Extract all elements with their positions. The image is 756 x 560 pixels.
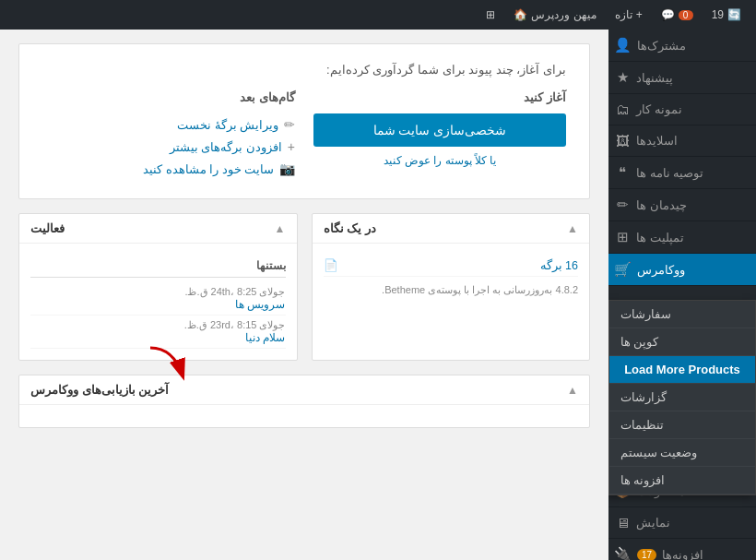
adminbar-wp-logo[interactable]: ⊞ xyxy=(480,0,501,30)
submenu-coupons[interactable]: کوپن ها xyxy=(609,328,755,356)
sidebar-label-chideman: چیدمان ها xyxy=(636,198,687,212)
start-col-title: آغاز کنید xyxy=(313,90,566,104)
site-name-label: میهن وردپرس xyxy=(531,8,596,21)
customize-button[interactable]: شخصی‌سازی سایت شما xyxy=(313,113,566,147)
sidebar-label-sliders: اسلایدها xyxy=(636,134,678,148)
step-2-label: سایت خود را مشاهده کنید xyxy=(143,162,274,176)
theme-label: اجرا با پوسته‌ی Betheme. xyxy=(382,284,490,295)
comments-badge: 0 xyxy=(679,10,693,20)
at-a-glance-header[interactable]: ▲ در یک نگاه xyxy=(313,214,590,244)
sidebar-item-pishnahad[interactable]: پیشنهاد ★ xyxy=(608,62,756,94)
sidebar-item-chideman[interactable]: چیدمان ها ✏ xyxy=(608,189,756,221)
adminbar-comments[interactable]: 💬 0 xyxy=(656,0,699,30)
activity-1-date: جولای 23rd، 8:15 ق.ظ. xyxy=(30,319,286,331)
pages-count-link[interactable]: 16 برگه xyxy=(540,259,578,272)
activity-item-0: جولای 24th، 8:25 ق.ظ. سرویس ها xyxy=(30,282,286,316)
adminbar-right: ⊞ 🏠 میهن وردپرس تازه + 💬 0 19 🔄 xyxy=(480,0,747,30)
submenu-addons[interactable]: افزونه ها xyxy=(609,467,755,494)
welcome-panel: برای آغاز، چند پیوند برای شما گردآوری کر… xyxy=(18,43,590,199)
woo-recent-toggle: ▲ xyxy=(567,384,578,397)
home-icon: 🏠 xyxy=(514,8,527,21)
at-a-glance-toggle: ▲ xyxy=(567,222,578,235)
change-theme-link[interactable]: یا کلاً پوسته را عوض کنید xyxy=(313,154,566,167)
edit-icon: ✏ xyxy=(284,117,295,132)
adminbar-new[interactable]: تازه + xyxy=(609,0,648,30)
submenu-reports[interactable]: گزارشات xyxy=(609,384,755,411)
theme-link[interactable]: اجرا با پوسته‌ی Betheme. xyxy=(382,284,490,295)
adminbar-site-name[interactable]: 🏠 میهن وردپرس xyxy=(508,0,601,30)
display-icon: 🖥 xyxy=(614,515,631,530)
sidebar-item-sliders[interactable]: اسلایدها 🖼 xyxy=(608,125,756,157)
sidebar-item-plugins[interactable]: افزونه‌ها 17 🔌 xyxy=(608,539,756,560)
wp-version: 4.8.2 xyxy=(556,284,578,295)
pages-label: برگه xyxy=(540,259,562,272)
sidebar-label-nemoone: نمونه کار xyxy=(636,102,682,116)
welcome-columns: آغاز کنید شخصی‌سازی سایت شما یا کلاً پوس… xyxy=(42,90,566,180)
step-add-pages[interactable]: + افزودن برگه‌های بیشتر xyxy=(42,136,295,158)
wp-version-info: 4.8.2 به‌روزرسانی به اجرا با پوسته‌ی Bet… xyxy=(324,284,579,296)
admin-bar: ⊞ 🏠 میهن وردپرس تازه + 💬 0 19 🔄 xyxy=(0,0,756,30)
sidebar-item-templates[interactable]: تمپلیت ها ⊞ xyxy=(608,221,756,254)
pishnahad-icon: ★ xyxy=(614,69,631,86)
plus-icon: + xyxy=(636,8,643,21)
sidebar-item-subscribers[interactable]: مشترک‌ها 👤 xyxy=(608,30,756,62)
woo-recent-body xyxy=(19,405,589,427)
submenu-orders[interactable]: سفارشات xyxy=(609,301,755,328)
activity-header[interactable]: ▲ فعالیت xyxy=(19,214,297,244)
adminbar-updates[interactable]: 19 🔄 xyxy=(706,0,747,30)
main-content: برای آغاز، چند پیوند برای شما گردآوری کر… xyxy=(0,30,608,560)
submenu-system-status[interactable]: وضعیت سیستم xyxy=(609,439,755,467)
steps-list: ✏ ویرایش برگهٔ نخست + افزودن برگه‌های بی… xyxy=(42,113,295,180)
steps-col-title: گام‌های بعد xyxy=(42,90,295,104)
sidebar-label-templates: تمپلیت ها xyxy=(636,231,684,244)
at-a-glance-list: 16 برگه 📄 xyxy=(324,255,579,277)
comment-icon: 💬 xyxy=(661,8,675,21)
woocommerce-menu-group: ووکامرس 🛒 سفارشات کوپن ها Load More Prod… xyxy=(608,254,756,286)
at-a-glance-box: ▲ در یک نگاه 16 برگه 📄 4 xyxy=(312,213,591,361)
step-1-label: افزودن برگه‌های بیشتر xyxy=(170,140,282,154)
woo-recent-header[interactable]: ▲ آخرین بازیابی‌های ووکامرس xyxy=(19,375,589,405)
activity-0-date: جولای 24th، 8:25 ق.ظ. xyxy=(30,286,286,298)
metaboxes-row: ▲ در یک نگاه 16 برگه 📄 4 xyxy=(18,213,590,361)
subscribers-icon: 👤 xyxy=(614,37,632,54)
activity-0-title[interactable]: سرویس ها xyxy=(235,298,285,311)
camera-icon: 📷 xyxy=(279,161,295,176)
submenu-system-status-label: وضعیت سیستم xyxy=(620,446,697,459)
welcome-start-col: آغاز کنید شخصی‌سازی سایت شما یا کلاً پوس… xyxy=(313,90,566,180)
pages-count: 16 xyxy=(565,259,578,272)
plugins-badge: 17 xyxy=(637,549,656,561)
activity-toggle: ▲ xyxy=(275,222,286,235)
sidebar-item-tosie[interactable]: توصیه نامه ها ❝ xyxy=(608,157,756,189)
welcome-steps-col: گام‌های بعد ✏ ویرایش برگهٔ نخست + افزودن… xyxy=(42,90,295,180)
activity-item-1: جولای 23rd، 8:15 ق.ظ. سلام دنیا xyxy=(30,316,286,349)
nemoone-icon: 🗂 xyxy=(614,101,631,117)
submenu-settings[interactable]: تنظیمات xyxy=(609,411,755,439)
step-0-label: ویرایش برگهٔ نخست xyxy=(177,118,278,132)
activity-title: فعالیت xyxy=(30,221,65,235)
new-label: تازه xyxy=(615,8,632,21)
woo-recent-title: آخرین بازیابی‌های ووکامرس xyxy=(30,383,169,397)
admin-sidebar: مشترک‌ها 👤 پیشنهاد ★ نمونه کار 🗂 اسلایده… xyxy=(608,30,756,560)
woo-recent-box: ▲ آخرین بازیابی‌های ووکامرس xyxy=(18,375,590,428)
sidebar-label-woocommerce: ووکامرس xyxy=(637,263,685,277)
submenu-addons-label: افزونه ها xyxy=(620,473,665,487)
version-separator: به‌روزرسانی به xyxy=(490,284,552,295)
woocommerce-icon: 🛒 xyxy=(614,261,632,278)
step-edit-page[interactable]: ✏ ویرایش برگهٔ نخست xyxy=(42,113,295,136)
sliders-icon: 🖼 xyxy=(614,133,631,149)
sidebar-item-woocommerce[interactable]: ووکامرس 🛒 xyxy=(608,254,756,286)
submenu-reports-label: گزارشات xyxy=(620,390,667,404)
sidebar-label-display: نمایش xyxy=(636,516,670,530)
sidebar-label-pishnahad: پیشنهاد xyxy=(636,71,673,85)
sidebar-item-display[interactable]: نمایش 🖥 xyxy=(608,507,756,539)
plus-step-icon: + xyxy=(288,139,295,154)
at-a-glance-body: 16 برگه 📄 4.8.2 به‌روزرسانی به اجرا با پ… xyxy=(313,244,590,307)
step-view-site[interactable]: 📷 سایت خود را مشاهده کنید xyxy=(42,158,295,180)
wp-layout: مشترک‌ها 👤 پیشنهاد ★ نمونه کار 🗂 اسلایده… xyxy=(0,30,756,560)
sidebar-label-plugins: افزونه‌ها xyxy=(662,548,703,561)
templates-icon: ⊞ xyxy=(614,229,631,245)
plugins-icon: 🔌 xyxy=(614,546,632,560)
sidebar-item-nemoone[interactable]: نمونه کار 🗂 xyxy=(608,94,756,125)
submenu-load-more[interactable]: Load More Products xyxy=(609,356,755,384)
activity-1-title[interactable]: سلام دنیا xyxy=(245,331,285,344)
